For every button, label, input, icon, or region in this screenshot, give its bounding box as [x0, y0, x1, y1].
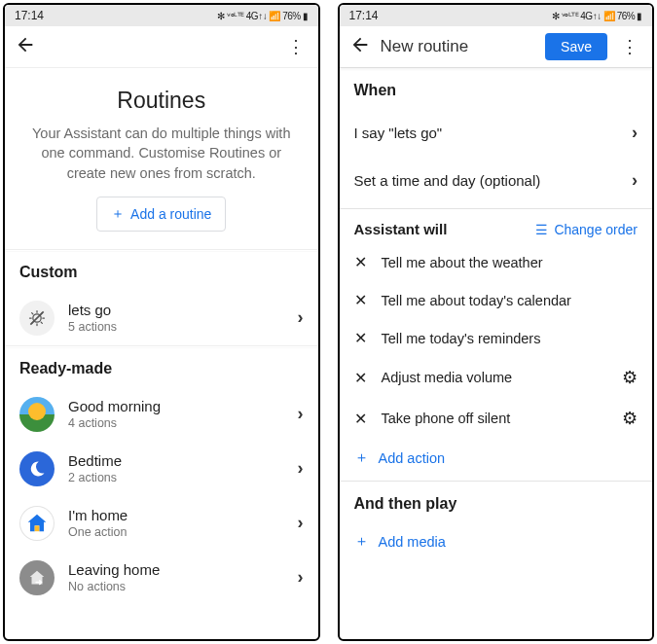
when-header: When: [340, 68, 653, 109]
status-icons: ✻ ᵛᵒᴸᵀᴱ 4G↑↓ 📶 76% ▮: [217, 11, 308, 21]
phone-right: 17:14 ✻ ᵛᵒᴸᵀᴱ 4G↑↓ 📶 76% ▮ New routine S…: [338, 3, 655, 641]
remove-action-icon[interactable]: ✕: [354, 253, 368, 271]
add-routine-button[interactable]: ＋ Add a routine: [96, 197, 226, 232]
add-media-label: Add media: [379, 534, 446, 550]
page-description: Your Assistant can do multiple things wi…: [5, 124, 318, 183]
action-label: Tell me about today's calendar: [382, 293, 639, 308]
assistant-action-row: ✕Adjust media volume⚙: [340, 357, 653, 398]
gear-icon[interactable]: ⚙: [622, 367, 638, 388]
header-title: New routine: [381, 37, 469, 56]
assistant-action-row: ✕Tell me about the weather: [340, 243, 653, 281]
routine-sub: No actions: [68, 580, 284, 593]
add-routine-label: Add a routine: [130, 206, 211, 222]
status-bar: 17:14 ✻ ᵛᵒᴸᵀᴱ 4G↑↓ 📶 76% ▮: [340, 5, 653, 26]
house-icon: [19, 506, 55, 541]
assistant-will-header: Assistant will: [354, 221, 448, 237]
routine-name: Good morning: [68, 398, 284, 414]
routine-bedtime[interactable]: Bedtime 2 actions ›: [5, 442, 318, 496]
chevron-right-icon: ›: [632, 170, 638, 191]
action-label: Tell me today's reminders: [382, 331, 639, 346]
back-icon[interactable]: [349, 34, 371, 59]
routine-icon-custom: [19, 301, 55, 336]
routine-name: I'm home: [68, 507, 284, 523]
assistant-action-row: ✕Tell me today's reminders: [340, 319, 653, 357]
and-then-header: And then play: [340, 482, 653, 522]
remove-action-icon[interactable]: ✕: [354, 369, 368, 387]
status-time: 17:14: [349, 9, 379, 22]
action-label: Adjust media volume: [382, 370, 609, 385]
status-bar: 17:14 ✻ ᵛᵒᴸᵀᴱ 4G↑↓ 📶 76% ▮: [5, 5, 318, 26]
change-order-label: Change order: [554, 222, 638, 237]
routine-im-home[interactable]: I'm home One action ›: [5, 496, 318, 551]
gear-icon[interactable]: ⚙: [622, 408, 638, 429]
svg-rect-2: [35, 525, 40, 531]
save-button[interactable]: Save: [545, 33, 607, 60]
kebab-icon[interactable]: ⋮: [283, 38, 309, 55]
chevron-right-icon: ›: [298, 567, 304, 588]
routine-name: Leaving home: [68, 561, 284, 578]
status-time: 17:14: [15, 9, 44, 22]
remove-action-icon[interactable]: ✕: [354, 410, 368, 428]
routine-leaving-home[interactable]: Leaving home No actions ›: [5, 551, 318, 605]
set-time-label: Set a time and day (optional): [354, 172, 633, 189]
assistant-action-row: ✕Take phone off silent⚙: [340, 398, 653, 439]
voice-command-label: I say "lets go": [354, 125, 633, 141]
remove-action-icon[interactable]: ✕: [354, 291, 368, 309]
moon-icon: [19, 451, 55, 486]
routine-sub: 5 actions: [68, 320, 284, 334]
assistant-will-row: Assistant will ☰ Change order: [340, 209, 653, 243]
action-label: Take phone off silent: [382, 411, 609, 426]
leave-home-icon: [19, 560, 55, 595]
chevron-right-icon: ›: [298, 307, 304, 328]
plus-icon: ＋: [354, 448, 369, 467]
remove-action-icon[interactable]: ✕: [354, 329, 368, 347]
add-action-label: Add action: [379, 450, 446, 466]
routine-sub: 4 actions: [68, 416, 284, 430]
status-icons: ✻ ᵛᵒᴸᵀᴱ 4G↑↓ 📶 76% ▮: [552, 11, 642, 21]
list-icon: ☰: [535, 222, 548, 237]
routine-sub: 2 actions: [68, 471, 284, 484]
plus-icon: ＋: [354, 532, 369, 551]
chevron-right-icon: ›: [298, 458, 304, 479]
plus-icon: ＋: [111, 205, 125, 223]
back-icon[interactable]: [15, 34, 36, 59]
kebab-icon[interactable]: ⋮: [617, 38, 642, 55]
voice-command-row[interactable]: I say "lets go" ›: [340, 109, 653, 157]
topbar-new-routine: New routine Save ⋮: [340, 26, 653, 68]
routine-sub: One action: [68, 525, 284, 539]
chevron-right-icon: ›: [298, 513, 304, 533]
ready-header: Ready-made: [5, 346, 318, 387]
routine-name: lets go: [68, 302, 284, 318]
assistant-action-row: ✕Tell me about today's calendar: [340, 281, 653, 319]
topbar-routines: ⋮: [5, 26, 318, 68]
sunrise-icon: [19, 397, 55, 432]
action-label: Tell me about the weather: [382, 255, 639, 270]
page-title: Routines: [5, 88, 318, 114]
routine-custom-letsgo[interactable]: lets go 5 actions ›: [5, 291, 318, 345]
chevron-right-icon: ›: [632, 123, 638, 143]
set-time-row[interactable]: Set a time and day (optional) ›: [340, 157, 653, 204]
chevron-right-icon: ›: [298, 404, 304, 424]
add-action-button[interactable]: ＋ Add action: [340, 439, 653, 477]
routine-name: Bedtime: [68, 452, 284, 469]
custom-header: Custom: [5, 250, 318, 291]
add-media-button[interactable]: ＋ Add media: [340, 522, 653, 560]
change-order-button[interactable]: ☰ Change order: [535, 222, 638, 237]
phone-left: 17:14 ✻ ᵛᵒᴸᵀᴱ 4G↑↓ 📶 76% ▮ ⋮ Routines Yo…: [3, 3, 320, 641]
routine-good-morning[interactable]: Good morning 4 actions ›: [5, 387, 318, 442]
